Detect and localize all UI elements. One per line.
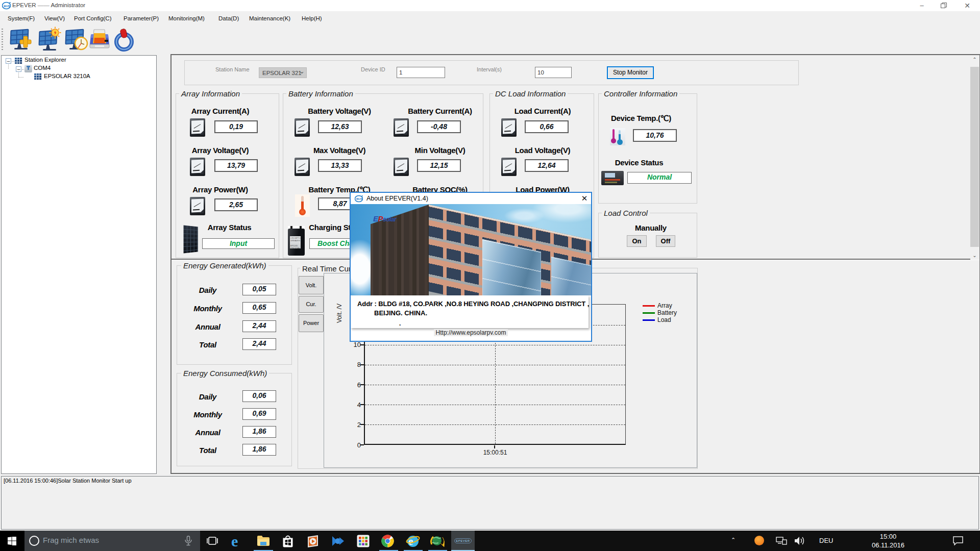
svg-text:BUS: BUS xyxy=(356,197,362,201)
svg-text:BUS: BUS xyxy=(4,5,10,8)
